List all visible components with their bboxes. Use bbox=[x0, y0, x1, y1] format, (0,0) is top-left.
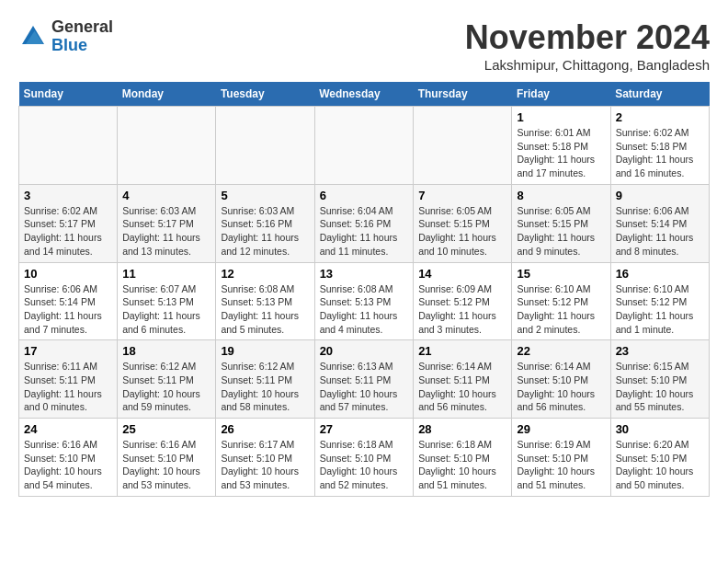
calendar-day-cell: 30Sunrise: 6:20 AMSunset: 5:10 PMDayligh… bbox=[610, 419, 709, 497]
day-number: 17 bbox=[24, 344, 112, 358]
day-info: Sunrise: 6:10 AMSunset: 5:12 PMDaylight:… bbox=[616, 282, 704, 337]
day-number: 11 bbox=[122, 267, 210, 281]
day-number: 18 bbox=[122, 344, 210, 358]
calendar-day-cell: 2Sunrise: 6:02 AMSunset: 5:18 PMDaylight… bbox=[610, 107, 709, 185]
day-info: Sunrise: 6:14 AMSunset: 5:10 PMDaylight:… bbox=[517, 360, 605, 414]
weekday-header-cell: Monday bbox=[118, 82, 216, 107]
day-number: 14 bbox=[418, 267, 506, 281]
day-number: 28 bbox=[418, 422, 506, 436]
day-info: Sunrise: 6:15 AMSunset: 5:10 PMDaylight:… bbox=[616, 360, 704, 414]
day-number: 9 bbox=[616, 189, 704, 202]
calendar-day-cell: 10Sunrise: 6:06 AMSunset: 5:14 PMDayligh… bbox=[19, 262, 118, 340]
day-info: Sunrise: 6:07 AMSunset: 5:13 PMDaylight:… bbox=[122, 282, 210, 337]
calendar-day-cell: 26Sunrise: 6:17 AMSunset: 5:10 PMDayligh… bbox=[216, 419, 314, 497]
day-number: 30 bbox=[616, 422, 704, 436]
day-number: 6 bbox=[320, 189, 409, 202]
day-info: Sunrise: 6:18 AMSunset: 5:10 PMDaylight:… bbox=[418, 438, 506, 492]
weekday-header-row: SundayMondayTuesdayWednesdayThursdayFrid… bbox=[19, 82, 710, 107]
day-number: 29 bbox=[517, 422, 605, 436]
day-number: 20 bbox=[320, 344, 409, 358]
calendar-day-cell: 14Sunrise: 6:09 AMSunset: 5:12 PMDayligh… bbox=[414, 262, 512, 340]
calendar-week-row: 1Sunrise: 6:01 AMSunset: 5:18 PMDaylight… bbox=[19, 107, 710, 185]
day-number: 25 bbox=[122, 422, 210, 436]
calendar-day-cell: 12Sunrise: 6:08 AMSunset: 5:13 PMDayligh… bbox=[216, 262, 314, 340]
day-number: 23 bbox=[616, 344, 704, 358]
calendar-day-cell: 6Sunrise: 6:04 AMSunset: 5:16 PMDaylight… bbox=[314, 184, 414, 262]
day-number: 3 bbox=[24, 189, 112, 202]
day-info: Sunrise: 6:11 AMSunset: 5:11 PMDaylight:… bbox=[24, 360, 112, 414]
day-info: Sunrise: 6:13 AMSunset: 5:11 PMDaylight:… bbox=[320, 360, 409, 414]
day-info: Sunrise: 6:17 AMSunset: 5:10 PMDaylight:… bbox=[221, 438, 309, 492]
day-info: Sunrise: 6:06 AMSunset: 5:14 PMDaylight:… bbox=[24, 282, 112, 337]
day-number: 21 bbox=[418, 344, 506, 358]
day-number: 1 bbox=[517, 110, 605, 124]
calendar-table: SundayMondayTuesdayWednesdayThursdayFrid… bbox=[18, 82, 710, 497]
day-number: 13 bbox=[320, 267, 409, 281]
day-info: Sunrise: 6:05 AMSunset: 5:15 PMDaylight:… bbox=[517, 204, 605, 259]
calendar-day-cell: 1Sunrise: 6:01 AMSunset: 5:18 PMDaylight… bbox=[512, 107, 610, 185]
day-number: 5 bbox=[221, 189, 309, 202]
weekday-header-cell: Wednesday bbox=[314, 82, 414, 107]
calendar-day-cell: 24Sunrise: 6:16 AMSunset: 5:10 PMDayligh… bbox=[19, 419, 118, 497]
day-info: Sunrise: 6:14 AMSunset: 5:11 PMDaylight:… bbox=[418, 360, 506, 414]
calendar-day-cell bbox=[118, 107, 216, 185]
calendar-day-cell bbox=[216, 107, 314, 185]
logo-text: General Blue bbox=[51, 18, 113, 55]
day-number: 4 bbox=[122, 189, 210, 202]
day-info: Sunrise: 6:12 AMSunset: 5:11 PMDaylight:… bbox=[122, 360, 210, 414]
calendar-day-cell: 11Sunrise: 6:07 AMSunset: 5:13 PMDayligh… bbox=[118, 262, 216, 340]
calendar-day-cell: 25Sunrise: 6:16 AMSunset: 5:10 PMDayligh… bbox=[118, 419, 216, 497]
day-number: 16 bbox=[616, 267, 704, 281]
day-info: Sunrise: 6:01 AMSunset: 5:18 PMDaylight:… bbox=[517, 126, 605, 180]
day-info: Sunrise: 6:03 AMSunset: 5:16 PMDaylight:… bbox=[221, 204, 309, 259]
day-number: 7 bbox=[418, 189, 506, 202]
calendar-body: 1Sunrise: 6:01 AMSunset: 5:18 PMDaylight… bbox=[19, 107, 710, 497]
calendar-day-cell: 13Sunrise: 6:08 AMSunset: 5:13 PMDayligh… bbox=[314, 262, 414, 340]
logo: General Blue bbox=[18, 18, 113, 55]
calendar-day-cell bbox=[414, 107, 512, 185]
calendar-week-row: 3Sunrise: 6:02 AMSunset: 5:17 PMDaylight… bbox=[19, 184, 710, 262]
calendar-day-cell: 23Sunrise: 6:15 AMSunset: 5:10 PMDayligh… bbox=[610, 340, 709, 419]
day-number: 15 bbox=[517, 267, 605, 281]
title-section: November 2024 Lakshmipur, Chittagong, Ba… bbox=[465, 18, 710, 73]
page-header: General Blue November 2024 Lakshmipur, C… bbox=[18, 18, 710, 73]
day-number: 26 bbox=[221, 422, 309, 436]
day-number: 19 bbox=[221, 344, 309, 358]
weekday-header-cell: Sunday bbox=[19, 82, 118, 107]
day-info: Sunrise: 6:18 AMSunset: 5:10 PMDaylight:… bbox=[320, 438, 409, 492]
day-info: Sunrise: 6:03 AMSunset: 5:17 PMDaylight:… bbox=[122, 204, 210, 259]
day-info: Sunrise: 6:06 AMSunset: 5:14 PMDaylight:… bbox=[616, 204, 704, 259]
calendar-day-cell: 28Sunrise: 6:18 AMSunset: 5:10 PMDayligh… bbox=[414, 419, 512, 497]
calendar-day-cell: 3Sunrise: 6:02 AMSunset: 5:17 PMDaylight… bbox=[19, 184, 118, 262]
day-info: Sunrise: 6:08 AMSunset: 5:13 PMDaylight:… bbox=[221, 282, 309, 337]
day-number: 22 bbox=[517, 344, 605, 358]
calendar-day-cell bbox=[19, 107, 118, 185]
day-info: Sunrise: 6:09 AMSunset: 5:12 PMDaylight:… bbox=[418, 282, 506, 337]
logo-icon bbox=[18, 22, 48, 52]
day-number: 8 bbox=[517, 189, 605, 202]
day-info: Sunrise: 6:19 AMSunset: 5:10 PMDaylight:… bbox=[517, 438, 605, 492]
calendar-day-cell: 15Sunrise: 6:10 AMSunset: 5:12 PMDayligh… bbox=[512, 262, 610, 340]
day-info: Sunrise: 6:16 AMSunset: 5:10 PMDaylight:… bbox=[24, 438, 112, 492]
calendar-day-cell: 8Sunrise: 6:05 AMSunset: 5:15 PMDaylight… bbox=[512, 184, 610, 262]
calendar-week-row: 10Sunrise: 6:06 AMSunset: 5:14 PMDayligh… bbox=[19, 262, 710, 340]
calendar-day-cell: 29Sunrise: 6:19 AMSunset: 5:10 PMDayligh… bbox=[512, 419, 610, 497]
calendar-day-cell bbox=[314, 107, 414, 185]
calendar-day-cell: 22Sunrise: 6:14 AMSunset: 5:10 PMDayligh… bbox=[512, 340, 610, 419]
day-number: 10 bbox=[24, 267, 112, 281]
day-info: Sunrise: 6:04 AMSunset: 5:16 PMDaylight:… bbox=[320, 204, 409, 259]
day-info: Sunrise: 6:02 AMSunset: 5:18 PMDaylight:… bbox=[616, 126, 704, 180]
weekday-header-cell: Saturday bbox=[610, 82, 709, 107]
day-number: 2 bbox=[616, 110, 704, 124]
calendar-day-cell: 21Sunrise: 6:14 AMSunset: 5:11 PMDayligh… bbox=[414, 340, 512, 419]
weekday-header-cell: Friday bbox=[512, 82, 610, 107]
calendar-day-cell: 16Sunrise: 6:10 AMSunset: 5:12 PMDayligh… bbox=[610, 262, 709, 340]
month-title: November 2024 bbox=[465, 18, 710, 57]
calendar-day-cell: 18Sunrise: 6:12 AMSunset: 5:11 PMDayligh… bbox=[118, 340, 216, 419]
day-info: Sunrise: 6:20 AMSunset: 5:10 PMDaylight:… bbox=[616, 438, 704, 492]
day-number: 12 bbox=[221, 267, 309, 281]
calendar-day-cell: 4Sunrise: 6:03 AMSunset: 5:17 PMDaylight… bbox=[118, 184, 216, 262]
calendar-week-row: 24Sunrise: 6:16 AMSunset: 5:10 PMDayligh… bbox=[19, 419, 710, 497]
weekday-header-cell: Tuesday bbox=[216, 82, 314, 107]
calendar-day-cell: 17Sunrise: 6:11 AMSunset: 5:11 PMDayligh… bbox=[19, 340, 118, 419]
